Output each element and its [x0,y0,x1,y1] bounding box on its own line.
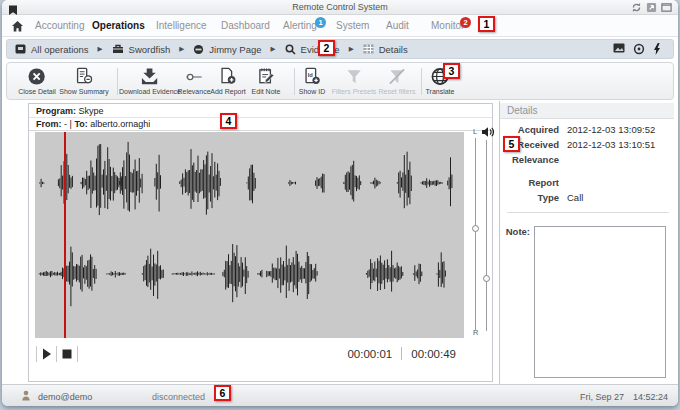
relevance-slider-button[interactable]: Relevance [177,66,210,95]
breadcrumb-details[interactable]: Details [363,44,408,55]
annotation-marker-6: 6 [214,385,231,401]
waveform-canvas [35,132,464,338]
edit-note-button[interactable]: Edit Note [252,66,281,95]
rcs-application: Remote Control System Accounting Operati… [0,0,680,410]
balance-slider-track[interactable] [475,138,476,331]
type-value: Call [567,192,583,203]
playhead[interactable] [64,132,66,338]
refresh-icon[interactable] [631,2,642,13]
evidence-detail-panel: Program: Skype From: - | To: alberto.orn… [28,103,493,382]
time-total: 00:00:49 [411,348,456,360]
program-value: Skype [79,106,104,116]
svg-text:Id: Id [307,72,313,78]
image-icon[interactable] [613,43,625,55]
title-bar: Remote Control System [2,0,678,15]
download-icon [140,66,161,87]
download-evidence-button[interactable]: Download Evidence [119,66,181,95]
from-value: - [64,119,67,129]
to-value: alberto.ornaghi [90,119,150,129]
breadcrumb-arrow-icon: ▶ [349,45,354,53]
application-window: Remote Control System Accounting Operati… [2,0,678,406]
details-header: Details [500,103,674,119]
toolbar-separator [294,68,295,95]
edit-note-icon [255,66,276,87]
breadcrumb-arrow-icon: ▶ [98,45,103,53]
received-value: 2012-12-03 13:10:51 [567,139,655,150]
window-title: Remote Control System [2,2,678,12]
user-icon [21,390,31,401]
connection-status: disconnected [152,392,205,402]
annotation-marker-3: 3 [443,63,460,79]
acquired-label: Acquired [497,124,559,135]
status-date: Fri, Sep 27 [580,392,624,402]
toolbar-separator [117,68,118,95]
balance-slider-handle[interactable] [472,225,479,232]
window-icon[interactable] [661,2,672,13]
show-id-icon: Id [302,66,323,87]
time-display: 00:00:01 00:00:49 [347,347,456,360]
volume-slider-track[interactable] [486,140,487,331]
summary-doc-icon [74,66,95,87]
show-summary-button[interactable]: Show Summary [59,66,108,95]
stop-button[interactable] [61,348,73,360]
channel-left-label: L [473,127,477,136]
note-label: Note: [500,226,530,237]
reset-filters-button: Reset filters [379,66,416,95]
main-nav: Accounting Operations Intelligence Dashb… [2,15,678,37]
play-button[interactable] [41,348,53,360]
breadcrumb-arrow-icon: ▶ [271,45,276,53]
nav-dashboard[interactable]: Dashboard [221,20,270,31]
annotation-marker-4: 4 [220,113,237,129]
gear-icon[interactable] [633,43,645,55]
breadcrumb-jimmy-page[interactable]: Jimmy Page [193,44,261,55]
breadcrumb: All operations ▶ Swordfish ▶ Jimmy Page … [6,39,674,59]
nav-operations[interactable]: Operations [92,20,145,31]
grid-icon [363,44,374,54]
annotation-marker-1: 1 [478,16,495,32]
nav-alerting[interactable]: Alerting [283,20,317,31]
note-textarea[interactable] [534,226,666,378]
breadcrumb-all-operations[interactable]: All operations [15,44,89,55]
main-content: Program: Skype From: - | To: alberto.orn… [2,101,678,384]
popout-icon[interactable] [646,2,657,13]
control-separator [36,346,37,362]
volume-slider-handle[interactable] [483,275,490,282]
close-detail-button[interactable]: Close Detail [18,66,56,95]
details-rule [507,212,669,213]
relevance-label: Relevance [497,154,559,165]
program-label: Program: [36,106,76,116]
funnel-icon [343,66,364,87]
nav-accounting[interactable]: Accounting [35,20,84,31]
home-icon[interactable] [11,19,24,32]
type-label: Type [497,192,559,203]
time-separator [401,347,402,360]
funnel-reset-icon [387,66,408,87]
from-to-separator: | [70,119,72,129]
breadcrumb-arrow-icon: ▶ [179,45,184,53]
status-time: 14:52:24 [633,392,668,402]
speaker-icon [481,124,495,136]
nav-system[interactable]: System [336,20,369,31]
search-icon [285,44,296,55]
nav-audit[interactable]: Audit [386,20,409,31]
add-report-button[interactable]: Add Report [210,66,245,95]
add-report-icon [217,66,238,87]
control-separator [77,346,78,362]
acquired-value: 2012-12-03 13:09:52 [567,124,655,135]
time-current: 00:00:01 [347,348,392,360]
slider-icon [183,66,204,87]
close-circle-icon [27,66,48,87]
audio-waveform[interactable] [35,132,464,338]
to-label: To: [74,119,87,129]
filters-presets-button: Filters Presets [332,66,377,95]
breadcrumb-swordfish[interactable]: Swordfish [112,44,171,55]
annotation-marker-5: 5 [503,136,520,152]
show-id-button[interactable]: Id Show ID [299,66,325,95]
toolbar: Close Detail Show Summary Download Evide… [6,62,674,100]
nav-intelligence[interactable]: Intelligence [156,20,207,31]
from-label: From: [36,119,62,129]
status-bar: demo@demo disconnected Fri, Sep 27 14:52… [2,384,678,406]
lightning-icon[interactable] [653,43,665,55]
logged-user: demo@demo [38,392,92,402]
control-separator [56,346,57,362]
